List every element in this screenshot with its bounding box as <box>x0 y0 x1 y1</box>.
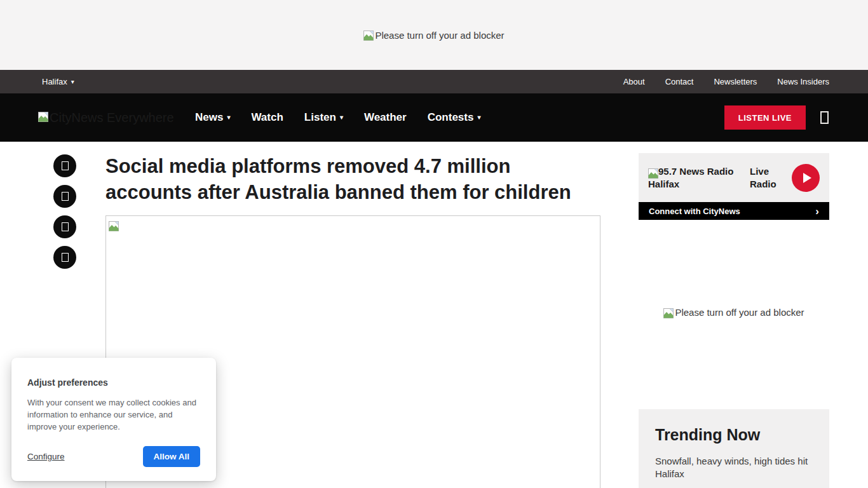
share-button-2[interactable] <box>53 185 76 208</box>
connect-label: Connect with CityNews <box>649 207 740 216</box>
ad-blocker-message: Please turn off your ad blocker <box>363 30 504 41</box>
trending-heading: Trending Now <box>655 426 813 444</box>
caret-down-icon: ▾ <box>227 114 230 121</box>
broken-image-icon <box>38 111 48 121</box>
broken-image-icon <box>648 167 658 177</box>
share-icon <box>62 222 69 231</box>
nav-item-news[interactable]: News ▾ <box>195 111 230 124</box>
utility-nav: Halifax ▾ About Contact Newsletters News… <box>0 70 868 93</box>
city-label: Halifax <box>42 77 67 86</box>
radio-player: 95.7 News Radio Halifax Live Radio <box>639 153 829 202</box>
live-radio-label: Live Radio <box>750 165 783 191</box>
broken-image-icon <box>663 308 674 318</box>
play-icon <box>803 173 811 183</box>
share-button-1[interactable] <box>53 154 76 177</box>
allow-all-button[interactable]: Allow All <box>143 446 201 467</box>
trending-panel: Trending Now Snowfall, heavy winds, high… <box>639 409 829 488</box>
radio-station[interactable]: 95.7 News Radio Halifax <box>648 165 743 191</box>
utility-links: About Contact Newsletters News Insiders <box>623 77 829 86</box>
nav-label: News <box>195 111 223 124</box>
station-name: 95.7 News Radio Halifax <box>648 166 733 189</box>
connect-bar[interactable]: Connect with CityNews › <box>639 202 829 220</box>
ad-blocker-text: Please turn off your ad blocker <box>375 30 504 41</box>
ad-blocker-message: Please turn off your ad blocker <box>663 307 804 318</box>
radio-widget: 95.7 News Radio Halifax Live Radio Conne… <box>639 153 829 220</box>
caret-down-icon: ▾ <box>340 114 343 121</box>
utility-link-newsletters[interactable]: Newsletters <box>714 77 757 86</box>
nav-item-weather[interactable]: Weather <box>364 111 407 124</box>
cookie-body: With your consent we may collect cookies… <box>27 396 200 433</box>
utility-link-news-insiders[interactable]: News Insiders <box>777 77 829 86</box>
share-button-4[interactable] <box>53 246 76 269</box>
caret-down-icon: ▾ <box>71 79 74 85</box>
utility-link-about[interactable]: About <box>623 77 645 86</box>
trending-item[interactable]: Snowfall, heavy winds, high tides hit Ha… <box>655 455 813 480</box>
nav-item-watch[interactable]: Watch <box>251 111 283 124</box>
article-title: Social media platforms removed 4.7 milli… <box>105 153 600 205</box>
top-ad-slot: Please turn off your ad blocker <box>0 0 868 70</box>
share-button-3[interactable] <box>53 215 76 238</box>
play-button[interactable] <box>792 164 820 192</box>
main-nav: News ▾ Watch Listen ▾ Weather Contests ▾ <box>195 111 480 124</box>
site-logo[interactable]: CityNews Everywhere <box>38 111 174 124</box>
share-icon <box>62 161 69 170</box>
share-icon <box>62 253 69 262</box>
caret-down-icon: ▾ <box>477 114 480 121</box>
cookie-consent-dialog: Adjust preferences With your consent we … <box>11 358 216 481</box>
nav-item-contests[interactable]: Contests ▾ <box>428 111 481 124</box>
city-selector[interactable]: Halifax ▾ <box>42 77 74 86</box>
nav-label: Weather <box>364 111 407 124</box>
main-header: CityNews Everywhere News ▾ Watch Listen … <box>0 93 868 142</box>
configure-link[interactable]: Configure <box>27 452 65 461</box>
share-buttons <box>53 154 76 269</box>
broken-image-icon <box>109 220 119 231</box>
ad-blocker-text: Please turn off your ad blocker <box>675 307 804 318</box>
nav-item-listen[interactable]: Listen ▾ <box>304 111 343 124</box>
search-icon[interactable] <box>820 111 829 124</box>
nav-label: Watch <box>251 111 283 124</box>
listen-live-button[interactable]: LISTEN LIVE <box>724 105 806 130</box>
nav-label: Contests <box>428 111 474 124</box>
cookie-footer: Configure Allow All <box>27 446 200 467</box>
chevron-right-icon: › <box>815 206 819 217</box>
logo-alt-text: CityNews Everywhere <box>50 111 174 124</box>
header-right: LISTEN LIVE <box>724 105 829 130</box>
broken-image-icon <box>363 30 374 40</box>
sidebar-ad-slot: Please turn off your ad blocker <box>639 307 829 318</box>
nav-label: Listen <box>304 111 336 124</box>
share-icon <box>62 192 69 201</box>
cookie-title: Adjust preferences <box>27 377 200 388</box>
utility-link-contact[interactable]: Contact <box>665 77 694 86</box>
